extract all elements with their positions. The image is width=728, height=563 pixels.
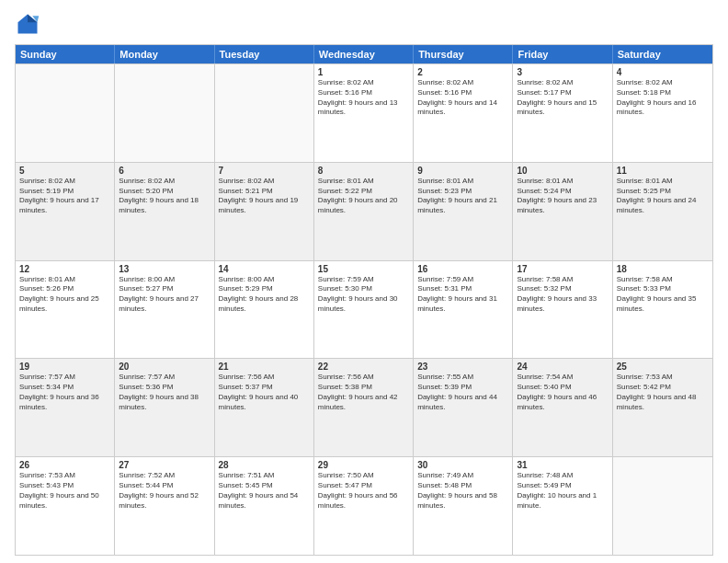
cell-info: Sunrise: 7:53 AM Sunset: 5:42 PM Dayligh… [617,373,709,412]
calendar-row-1: 5Sunrise: 8:02 AM Sunset: 5:19 PM Daylig… [16,162,712,260]
calendar-header: SundayMondayTuesdayWednesdayThursdayFrid… [16,45,712,63]
cell-info: Sunrise: 7:58 AM Sunset: 5:32 PM Dayligh… [517,275,608,315]
cell-info: Sunrise: 7:55 AM Sunset: 5:39 PM Dayligh… [417,373,508,412]
day-cell-24: 24Sunrise: 7:54 AM Sunset: 5:40 PM Dayli… [513,359,612,456]
empty-cell [16,64,115,162]
day-number: 4 [617,67,709,77]
calendar-body: 1Sunrise: 8:02 AM Sunset: 5:16 PM Daylig… [16,63,712,555]
day-cell-4: 4Sunrise: 8:02 AM Sunset: 5:18 PM Daylig… [613,64,712,162]
cell-info: Sunrise: 7:58 AM Sunset: 5:33 PM Dayligh… [617,275,709,315]
day-cell-7: 7Sunrise: 8:02 AM Sunset: 5:21 PM Daylig… [215,163,314,260]
cell-info: Sunrise: 8:01 AM Sunset: 5:26 PM Dayligh… [19,275,110,315]
cell-info: Sunrise: 7:49 AM Sunset: 5:48 PM Dayligh… [417,471,508,511]
weekday-header-saturday: Saturday [613,45,712,63]
calendar-row-4: 26Sunrise: 7:53 AM Sunset: 5:43 PM Dayli… [16,456,712,555]
day-cell-31: 31Sunrise: 7:48 AM Sunset: 5:49 PM Dayli… [513,457,612,555]
day-cell-10: 10Sunrise: 8:01 AM Sunset: 5:24 PM Dayli… [513,163,612,260]
day-cell-3: 3Sunrise: 8:02 AM Sunset: 5:17 PM Daylig… [513,64,612,162]
empty-cell [613,457,712,555]
day-cell-2: 2Sunrise: 8:02 AM Sunset: 5:16 PM Daylig… [414,64,513,162]
empty-cell [115,64,214,162]
day-cell-8: 8Sunrise: 8:01 AM Sunset: 5:22 PM Daylig… [314,163,414,260]
day-number: 22 [318,362,409,372]
cell-info: Sunrise: 7:56 AM Sunset: 5:37 PM Dayligh… [219,373,310,412]
day-number: 30 [417,460,508,470]
day-number: 21 [219,362,310,372]
day-cell-13: 13Sunrise: 8:00 AM Sunset: 5:27 PM Dayli… [115,261,214,359]
weekday-header-thursday: Thursday [414,45,513,63]
day-number: 18 [617,264,709,274]
cell-info: Sunrise: 7:50 AM Sunset: 5:47 PM Dayligh… [318,471,409,511]
day-number: 29 [318,460,409,470]
cell-info: Sunrise: 7:52 AM Sunset: 5:44 PM Dayligh… [119,471,210,511]
day-number: 25 [617,362,709,372]
day-number: 1 [318,67,409,77]
day-cell-5: 5Sunrise: 8:02 AM Sunset: 5:19 PM Daylig… [16,163,115,260]
calendar: SundayMondayTuesdayWednesdayThursdayFrid… [15,44,713,556]
empty-cell [215,64,314,162]
day-number: 2 [417,67,508,77]
day-number: 15 [318,264,409,274]
cell-info: Sunrise: 7:59 AM Sunset: 5:31 PM Dayligh… [417,275,508,315]
cell-info: Sunrise: 7:57 AM Sunset: 5:34 PM Dayligh… [19,373,110,412]
day-cell-27: 27Sunrise: 7:52 AM Sunset: 5:44 PM Dayli… [115,457,214,555]
weekday-header-friday: Friday [513,45,612,63]
cell-info: Sunrise: 8:02 AM Sunset: 5:19 PM Dayligh… [19,177,110,216]
day-number: 27 [119,460,210,470]
logo-icon [15,11,40,37]
day-number: 3 [517,67,608,77]
cell-info: Sunrise: 7:48 AM Sunset: 5:49 PM Dayligh… [517,471,608,511]
cell-info: Sunrise: 8:02 AM Sunset: 5:17 PM Dayligh… [517,78,608,118]
day-cell-16: 16Sunrise: 7:59 AM Sunset: 5:31 PM Dayli… [414,261,513,359]
day-cell-17: 17Sunrise: 7:58 AM Sunset: 5:32 PM Dayli… [513,261,612,359]
day-cell-25: 25Sunrise: 7:53 AM Sunset: 5:42 PM Dayli… [613,359,712,456]
cell-info: Sunrise: 8:01 AM Sunset: 5:25 PM Dayligh… [617,177,709,216]
cell-info: Sunrise: 7:59 AM Sunset: 5:30 PM Dayligh… [318,275,409,315]
day-cell-26: 26Sunrise: 7:53 AM Sunset: 5:43 PM Dayli… [16,457,115,555]
cell-info: Sunrise: 8:02 AM Sunset: 5:18 PM Dayligh… [617,78,709,118]
day-number: 13 [119,264,210,274]
day-number: 31 [517,460,608,470]
day-cell-21: 21Sunrise: 7:56 AM Sunset: 5:37 PM Dayli… [215,359,314,456]
day-number: 7 [219,166,310,176]
day-number: 14 [219,264,310,274]
cell-info: Sunrise: 7:51 AM Sunset: 5:45 PM Dayligh… [219,471,310,511]
day-cell-12: 12Sunrise: 8:01 AM Sunset: 5:26 PM Dayli… [16,261,115,359]
day-number: 26 [19,460,110,470]
day-cell-15: 15Sunrise: 7:59 AM Sunset: 5:30 PM Dayli… [314,261,414,359]
cell-info: Sunrise: 8:00 AM Sunset: 5:27 PM Dayligh… [119,275,210,315]
calendar-row-0: 1Sunrise: 8:02 AM Sunset: 5:16 PM Daylig… [16,63,712,162]
day-number: 6 [119,166,210,176]
day-number: 24 [517,362,608,372]
day-cell-18: 18Sunrise: 7:58 AM Sunset: 5:33 PM Dayli… [613,261,712,359]
cell-info: Sunrise: 8:00 AM Sunset: 5:29 PM Dayligh… [219,275,310,315]
day-cell-14: 14Sunrise: 8:00 AM Sunset: 5:29 PM Dayli… [215,261,314,359]
day-cell-19: 19Sunrise: 7:57 AM Sunset: 5:34 PM Dayli… [16,359,115,456]
day-number: 8 [318,166,409,176]
day-number: 9 [417,166,508,176]
weekday-header-monday: Monday [115,45,214,63]
day-number: 19 [19,362,110,372]
cell-info: Sunrise: 8:02 AM Sunset: 5:16 PM Dayligh… [417,78,508,118]
day-cell-30: 30Sunrise: 7:49 AM Sunset: 5:48 PM Dayli… [414,457,513,555]
day-cell-28: 28Sunrise: 7:51 AM Sunset: 5:45 PM Dayli… [215,457,314,555]
day-number: 12 [19,264,110,274]
cell-info: Sunrise: 7:54 AM Sunset: 5:40 PM Dayligh… [517,373,608,412]
logo [15,11,44,37]
cell-info: Sunrise: 8:02 AM Sunset: 5:16 PM Dayligh… [318,78,409,118]
calendar-row-3: 19Sunrise: 7:57 AM Sunset: 5:34 PM Dayli… [16,358,712,456]
cell-info: Sunrise: 7:56 AM Sunset: 5:38 PM Dayligh… [318,373,409,412]
day-number: 17 [517,264,608,274]
weekday-header-tuesday: Tuesday [215,45,314,63]
cell-info: Sunrise: 8:01 AM Sunset: 5:24 PM Dayligh… [517,177,608,216]
cell-info: Sunrise: 8:01 AM Sunset: 5:23 PM Dayligh… [417,177,508,216]
page: SundayMondayTuesdayWednesdayThursdayFrid… [0,0,728,563]
day-cell-22: 22Sunrise: 7:56 AM Sunset: 5:38 PM Dayli… [314,359,414,456]
day-number: 11 [617,166,709,176]
cell-info: Sunrise: 7:57 AM Sunset: 5:36 PM Dayligh… [119,373,210,412]
day-cell-23: 23Sunrise: 7:55 AM Sunset: 5:39 PM Dayli… [414,359,513,456]
day-number: 20 [119,362,210,372]
day-cell-20: 20Sunrise: 7:57 AM Sunset: 5:36 PM Dayli… [115,359,214,456]
weekday-header-wednesday: Wednesday [314,45,414,63]
day-cell-9: 9Sunrise: 8:01 AM Sunset: 5:23 PM Daylig… [414,163,513,260]
